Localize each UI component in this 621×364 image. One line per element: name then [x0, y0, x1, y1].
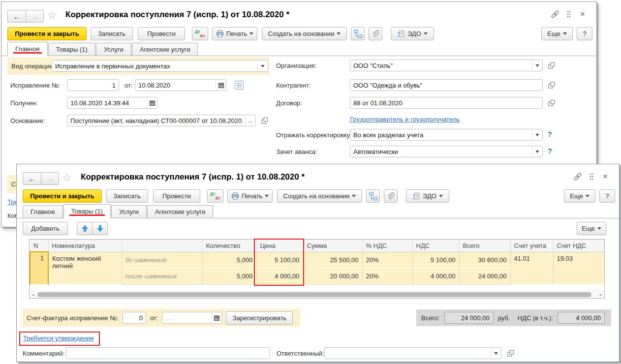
comment-input[interactable]: [66, 347, 270, 359]
more-dots-icon[interactable]: [586, 171, 597, 182]
scroll-right-icon[interactable]: ▸: [597, 292, 604, 297]
get-link-icon[interactable]: [572, 171, 584, 182]
received-date-input[interactable]: [67, 97, 157, 109]
tab-services[interactable]: Услуги: [96, 43, 131, 56]
contract-input[interactable]: [350, 97, 543, 109]
cell-item[interactable]: Костюм женский летний: [48, 252, 122, 284]
cell-sum-after[interactable]: 20 000,00: [303, 268, 362, 284]
more-button[interactable]: Еще: [564, 189, 595, 203]
open-basis-icon[interactable]: [258, 115, 271, 126]
post-and-close-button[interactable]: Провести и закрыть: [7, 27, 87, 40]
cell-qty-before[interactable]: 5,000: [202, 252, 256, 268]
create-based-on-button[interactable]: Создать на основании: [262, 27, 347, 40]
move-row-up-button[interactable]: [77, 222, 93, 235]
approval-required-link[interactable]: Требуется утверждение: [23, 334, 94, 342]
dtkt-postings-button[interactable]: ДтКт: [207, 189, 223, 203]
cell-vat-percent-before[interactable]: 20%: [362, 252, 412, 268]
tab-services[interactable]: Услуги: [111, 205, 147, 218]
help-button[interactable]: ?: [599, 189, 615, 203]
save-button[interactable]: Записать: [106, 189, 148, 203]
reflect-adjustment-select[interactable]: [350, 129, 543, 141]
tab-goods[interactable]: Товары (1): [48, 43, 95, 56]
advance-hint-icon[interactable]: ?: [548, 147, 552, 155]
scrollbar-track[interactable]: [36, 291, 597, 298]
cell-vat-before[interactable]: 5 100,00: [412, 252, 459, 268]
help-button[interactable]: ?: [577, 27, 592, 40]
favorite-star-icon[interactable]: ☆: [62, 172, 72, 183]
chevron-down-icon[interactable]: [491, 348, 501, 359]
horizontal-scrollbar[interactable]: ◂ ▸: [30, 291, 604, 298]
advance-offset-select[interactable]: [350, 146, 543, 157]
cell-qty-after[interactable]: 5,000: [202, 268, 256, 284]
add-row-button[interactable]: Добавить: [23, 222, 68, 235]
correction-date-input[interactable]: [135, 79, 226, 91]
document-structure-button[interactable]: [366, 189, 380, 203]
counterparty-input[interactable]: [350, 79, 543, 91]
favorite-star-icon[interactable]: ☆: [47, 10, 57, 21]
post-and-close-button[interactable]: Провести и закрыть: [23, 189, 102, 203]
edo-button[interactable]: ЭДО: [406, 189, 449, 203]
back-arrow-icon[interactable]: ←: [23, 172, 41, 185]
invoice-date-input[interactable]: [162, 312, 222, 324]
cell-vat-account[interactable]: 19.03: [553, 252, 604, 284]
tab-agent-services[interactable]: Агентские услуги: [132, 43, 198, 56]
chevron-down-icon[interactable]: [532, 60, 542, 71]
print-button[interactable]: Печать: [227, 189, 273, 203]
responsible-select[interactable]: [324, 347, 501, 359]
attachments-button[interactable]: [384, 189, 398, 203]
tab-goods[interactable]: Товары (1): [63, 204, 111, 218]
create-based-on-button[interactable]: Создать на основании: [277, 189, 362, 203]
attachments-button[interactable]: [369, 27, 382, 40]
chevron-down-icon[interactable]: [257, 61, 268, 71]
open-organization-icon[interactable]: [545, 60, 558, 71]
print-button[interactable]: Печать: [212, 27, 257, 40]
more-button[interactable]: Еще: [541, 27, 573, 40]
chevron-down-icon[interactable]: [532, 129, 542, 140]
consignor-consignee-link[interactable]: Грузоотправитель и грузополучатель: [350, 116, 460, 123]
cell-vat-percent-after[interactable]: 20%: [362, 268, 412, 284]
close-icon[interactable]: ×: [599, 171, 611, 182]
scrollbar-thumb[interactable]: [37, 292, 591, 297]
organization-select[interactable]: [350, 60, 543, 71]
post-button[interactable]: Провести: [138, 27, 185, 40]
scroll-left-icon[interactable]: ◂: [30, 292, 36, 297]
get-link-icon[interactable]: [549, 9, 561, 20]
chevron-down-icon[interactable]: [532, 146, 542, 157]
open-counterparty-icon[interactable]: [545, 79, 558, 91]
basis-input[interactable]: ...: [67, 115, 256, 126]
forward-arrow-icon[interactable]: →: [26, 10, 44, 23]
tab-main[interactable]: Главное: [7, 42, 48, 56]
choose-ellipsis-button[interactable]: ...: [245, 115, 255, 126]
back-arrow-icon[interactable]: ←: [7, 10, 26, 23]
invoice-number-input[interactable]: [123, 312, 146, 324]
cell-price-before[interactable]: 5 100,00: [256, 252, 303, 268]
more-dots-icon[interactable]: [563, 9, 575, 20]
cell-vat-after[interactable]: 4 000,00: [412, 268, 459, 284]
forward-arrow-icon[interactable]: →: [41, 172, 59, 185]
tab-main[interactable]: Главное: [23, 205, 63, 218]
table-more-button[interactable]: Еще: [577, 222, 606, 235]
cell-account[interactable]: 41.01: [510, 252, 553, 284]
move-row-down-button[interactable]: [92, 222, 108, 235]
dtkt-postings-button[interactable]: ДтКт: [192, 27, 208, 40]
cell-total-after[interactable]: 24 000,00: [459, 268, 510, 284]
correction-number-input[interactable]: [67, 79, 119, 91]
cell-sum-before[interactable]: 25 500,00: [303, 252, 362, 268]
cell-row-number[interactable]: 1: [30, 252, 48, 284]
tab-agent-services[interactable]: Агентские услуги: [147, 205, 214, 218]
document-log-icon[interactable]: [233, 79, 246, 91]
calendar-icon[interactable]: [216, 80, 226, 91]
register-invoice-button[interactable]: Зарегистрировать: [226, 311, 293, 325]
post-button[interactable]: Провести: [153, 189, 200, 203]
calendar-icon[interactable]: [211, 312, 221, 323]
save-button[interactable]: Записать: [91, 27, 133, 40]
open-contract-icon[interactable]: [545, 97, 558, 109]
calendar-icon[interactable]: [147, 97, 157, 108]
close-icon[interactable]: ×: [577, 9, 589, 20]
cell-price-after[interactable]: 4 000,00: [256, 268, 303, 284]
cell-total-before[interactable]: 30 600,00: [459, 252, 510, 268]
operation-kind-select[interactable]: [52, 60, 268, 72]
edo-button[interactable]: ЭДО: [391, 27, 434, 40]
open-responsible-icon[interactable]: [504, 347, 517, 359]
document-structure-button[interactable]: [351, 27, 365, 40]
